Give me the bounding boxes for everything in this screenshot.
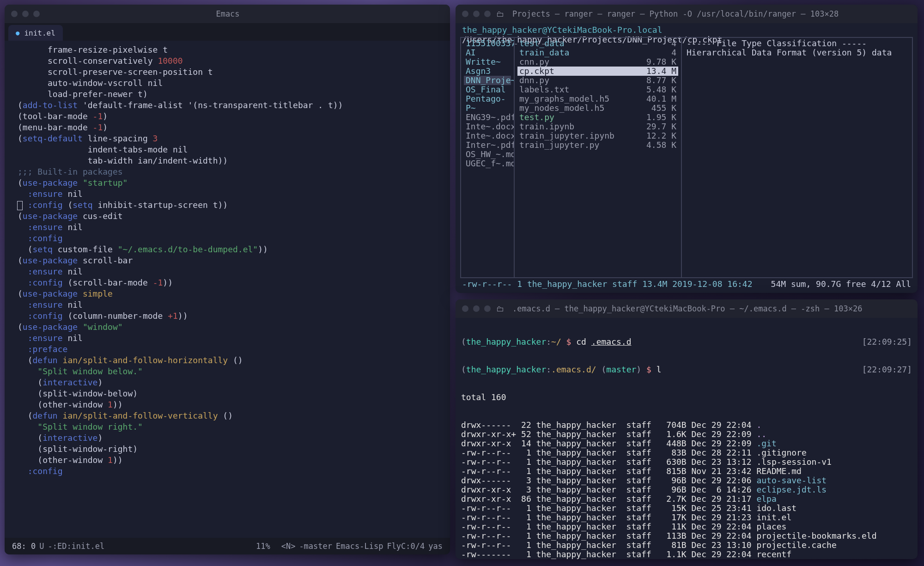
major-mode: Emacs-Lisp (336, 542, 383, 551)
ls-row: -rw------- 1 the_happy_hacker staff 1.1K… (461, 550, 912, 559)
file-item[interactable]: cp.ckpt13.4 M (517, 67, 678, 76)
git-branch: -master (299, 542, 332, 551)
parent-dir-item[interactable]: Inte~.docx (464, 122, 511, 131)
disk-stat: 54M sum, 90.7G free 4/12 All (771, 279, 911, 291)
tab-init-el[interactable]: ● init.el (8, 25, 63, 41)
ls-row: drwxr-xr-x 3 the_happy_hacker staff 96B … (461, 485, 912, 494)
window-title: Emacs (45, 9, 410, 18)
minimize-icon[interactable] (473, 305, 480, 312)
folder-icon: 🗀 (496, 304, 504, 313)
minimize-icon[interactable] (22, 11, 29, 17)
parent-dir-item[interactable]: OS_HW_~.md (464, 150, 511, 159)
file-item[interactable]: train_jupyter.py4.58 K (517, 140, 678, 150)
ranger-body: 1155100337AI Writte~Asgn3DNN_Proje~OS_Fi… (456, 36, 918, 278)
buffer-indicator: -:ED:init.el (48, 542, 104, 551)
ranger-titlebar[interactable]: 🗀 Projects — ranger — ranger — Python -O… (456, 5, 918, 23)
cursor-position: 68: 0 (12, 542, 36, 551)
window-title: .emacs.d — the_happy_hacker@YCtekiMacBoo… (512, 304, 911, 313)
ranger-parent-column[interactable]: 1155100337AI Writte~Asgn3DNN_Proje~OS_Fi… (461, 38, 515, 277)
parent-dir-item[interactable]: Inte~.docx (464, 131, 511, 140)
traffic-lights[interactable] (462, 11, 491, 17)
ranger-path-header: the_happy_hacker@YCtekiMacBook-Pro.local… (456, 23, 918, 36)
parent-dir-item[interactable]: UGEC_f~.md (464, 159, 511, 168)
file-item[interactable]: labels.txt5.48 K (517, 85, 678, 94)
file-item[interactable]: cnn.py9.78 K (517, 57, 678, 67)
parent-dir-item[interactable]: Inter~.pdf (464, 140, 511, 150)
emacs-modeline: 68: 0 U -:ED:init.el 11% <N> -master Ema… (5, 538, 450, 554)
zoom-icon[interactable] (33, 11, 40, 17)
ls-row: -rw-r--r-- 1 the_happy_hacker staff 15K … (461, 504, 912, 513)
ls-row: -rw-r--r-- 1 the_happy_hacker staff 11K … (461, 522, 912, 531)
close-icon[interactable] (11, 11, 18, 17)
scroll-percent: 11% (108, 542, 277, 551)
flycheck-status: FlyC:0/4 (387, 542, 425, 551)
emacs-window: Emacs ● init.el frame-resize-pixelwise t… (5, 5, 450, 554)
parent-dir-item[interactable]: 1155100337 (464, 39, 511, 48)
minimize-icon[interactable] (473, 11, 480, 17)
window-title: Projects — ranger — ranger — Python -O /… (512, 9, 911, 18)
file-item[interactable]: test_data4 (517, 39, 678, 48)
close-icon[interactable] (462, 11, 468, 17)
emacs-titlebar[interactable]: Emacs (5, 5, 450, 23)
normal-mode: <N> (281, 542, 296, 551)
file-dot-icon: ● (16, 29, 19, 37)
ranger-window: 🗀 Projects — ranger — ranger — Python -O… (456, 5, 918, 293)
timestamp: [22:09:27] (862, 365, 912, 374)
file-item[interactable]: my_graphs_model.h540.1 M (517, 94, 678, 103)
terminal-window: 🗀 .emacs.d — the_happy_hacker@YCtekiMacB… (456, 299, 918, 559)
parent-dir-item[interactable]: ENG39~.pdf (464, 113, 511, 122)
ls-row: drwxr-xr-x+ 52 the_happy_hacker staff 1.… (461, 430, 912, 439)
traffic-lights[interactable] (11, 11, 40, 17)
ls-row: drwxr-xr-x 86 the_happy_hacker staff 2.7… (461, 494, 912, 504)
file-item[interactable]: test.py1.95 K (517, 113, 678, 122)
ls-row: drwx------ 22 the_happy_hacker staff 704… (461, 420, 912, 430)
terminal-output[interactable]: (the_happy_hacker:~/ $ cd .emacs.d[22:09… (456, 318, 918, 559)
parent-dir-item[interactable]: DNN_Proje~ (464, 76, 511, 85)
file-item[interactable]: train_data4 (517, 48, 678, 57)
parent-dir-item[interactable]: AI Writte~ (464, 48, 511, 67)
ls-row: -rw-r--r-- 1 the_happy_hacker staff 815B… (461, 467, 912, 476)
ls-row: -rw-r--r-- 1 the_happy_hacker staff 81B … (461, 541, 912, 550)
ls-row: -rw-r--r-- 1 the_happy_hacker staff 630B… (461, 457, 912, 467)
terminal-titlebar[interactable]: 🗀 .emacs.d — the_happy_hacker@YCtekiMacB… (456, 299, 918, 318)
ls-row: -rw-r--r-- 1 the_happy_hacker staff 83B … (461, 448, 912, 457)
timestamp: [22:09:25] (862, 337, 912, 347)
ranger-footer: -rw-r--r-- 1 the_happy_hacker staff 13.4… (456, 278, 918, 292)
file-item[interactable]: train_jupyter.ipynb12.2 K (517, 131, 678, 140)
yasnippet-indicator: yas (428, 542, 443, 551)
parent-dir-item[interactable]: Pentago-P~ (464, 94, 511, 113)
file-item[interactable]: my_nodes_model.h5455 K (517, 103, 678, 113)
ls-row: -rw-r--r-- 1 the_happy_hacker staff 113B… (461, 531, 912, 541)
ls-row: drwxr-xr-x 14 the_happy_hacker staff 448… (461, 439, 912, 448)
folder-icon: 🗀 (496, 9, 504, 18)
ls-row: -rw-r--r-- 1 the_happy_hacker staff 17K … (461, 513, 912, 522)
modeline-u: U (39, 542, 44, 551)
emacs-tabs: ● init.el (5, 23, 450, 41)
zoom-icon[interactable] (484, 11, 491, 17)
tab-label: init.el (24, 29, 55, 37)
ranger-preview-column: ----- File Type Classification ----- Hie… (682, 38, 912, 277)
traffic-lights[interactable] (462, 305, 491, 312)
ls-row: drwx------ 3 the_happy_hacker staff 96B … (461, 476, 912, 485)
parent-dir-item[interactable]: OS_Final (464, 85, 511, 94)
close-icon[interactable] (462, 305, 468, 312)
zoom-icon[interactable] (484, 305, 491, 312)
code-editor[interactable]: frame-resize-pixelwise t scroll-conserva… (5, 41, 450, 538)
file-item[interactable]: train.ipynb29.7 K (517, 122, 678, 131)
parent-dir-item[interactable]: Asgn3 (464, 67, 511, 76)
ranger-current-column[interactable]: test_data4train_data4cnn.py9.78 Kcp.ckpt… (515, 38, 682, 277)
file-stat: -rw-r--r-- 1 the_happy_hacker staff 13.4… (462, 279, 753, 291)
file-item[interactable]: dnn.py8.77 K (517, 76, 678, 85)
